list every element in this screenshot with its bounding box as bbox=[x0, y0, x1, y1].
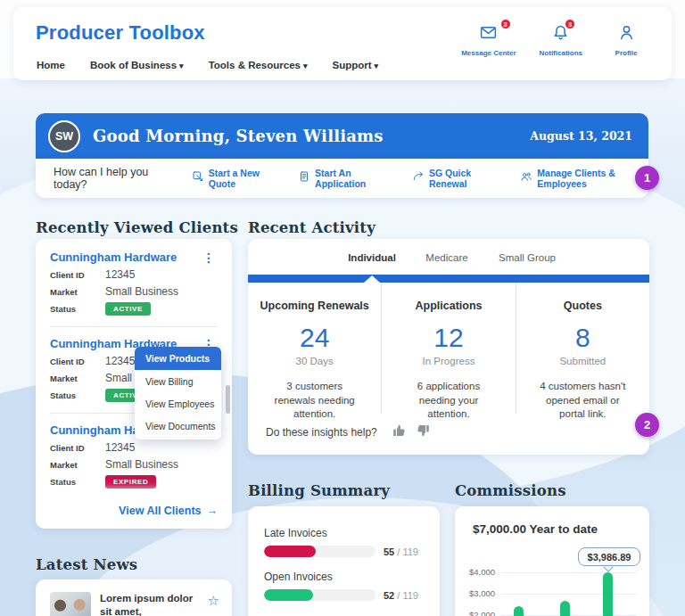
client-context-menu: View Products View Billing View Employee… bbox=[135, 347, 221, 439]
client-market-value: Small Business bbox=[105, 285, 178, 298]
late-invoices-fill bbox=[264, 546, 316, 557]
message-count-badge: 3 bbox=[500, 19, 511, 29]
activity-columns: Upcoming Renewals 24 30 Days 3 customers… bbox=[248, 283, 649, 414]
message-center-button[interactable]: 3 Message Center bbox=[461, 23, 516, 57]
renewal-arrow-icon bbox=[412, 170, 425, 186]
clients-footer: View All Clients→ bbox=[36, 493, 232, 529]
open-invoices-fill bbox=[264, 589, 313, 601]
sg-quick-renewal-link[interactable]: SG Quick Renewal bbox=[412, 168, 499, 189]
arrow-right-icon: → bbox=[207, 505, 219, 517]
help-question: How can I help you today? bbox=[54, 166, 170, 191]
upcoming-renewals-column: Upcoming Renewals 24 30 Days 3 customers… bbox=[248, 283, 382, 414]
late-invoices-bar: 55 / 119 bbox=[264, 546, 424, 557]
manage-clients-employees-link[interactable]: Manage Clients & Employees bbox=[520, 168, 648, 189]
app-title: Producer Toolbox bbox=[36, 21, 205, 45]
nav-home[interactable]: Home bbox=[37, 60, 65, 70]
latest-news-card[interactable]: Lorem ipsum dolor sit amet, consectetur … bbox=[36, 579, 232, 616]
client-name-link[interactable]: Cunningham Hardware bbox=[50, 251, 177, 264]
menu-item-view-products[interactable]: View Products bbox=[135, 347, 221, 370]
nav-tools-resources[interactable]: Tools & Resources▾ bbox=[209, 60, 308, 70]
chevron-down-icon: ▾ bbox=[303, 62, 308, 70]
thumbs-down-icon[interactable] bbox=[415, 423, 431, 442]
people-icon bbox=[520, 170, 532, 186]
commission-bar[interactable] bbox=[560, 601, 570, 616]
open-invoices-label: Open Invoices bbox=[264, 571, 424, 583]
nav-book-of-business[interactable]: Book of Business▾ bbox=[90, 60, 184, 70]
active-tab-indicator-bar bbox=[248, 275, 649, 283]
commission-tooltip: $3,986.89 bbox=[578, 547, 640, 566]
recently-viewed-clients-heading: Recently Viewed Clients bbox=[36, 219, 238, 236]
tab-small-group[interactable]: Small Group bbox=[499, 252, 556, 263]
menu-item-view-billing[interactable]: View Billing bbox=[135, 370, 221, 392]
chevron-down-icon: ▾ bbox=[179, 62, 184, 70]
commissions-heading: Commissions bbox=[455, 482, 566, 499]
document-icon bbox=[298, 170, 310, 186]
y-axis-tick: $3,000 bbox=[469, 588, 495, 598]
client-list-item: Cunningham Hardware ⋮ Client ID12345 Mar… bbox=[50, 241, 218, 327]
billing-summary-heading: Billing Summary bbox=[248, 482, 390, 499]
client-id-value: 12345 bbox=[105, 355, 135, 367]
greeting-text: Good Morning, Steven Williams bbox=[93, 127, 384, 145]
open-invoices-bar: 52 / 119 bbox=[264, 589, 424, 601]
chevron-down-icon: ▾ bbox=[375, 62, 379, 70]
walkthrough-step-1-badge[interactable]: 1 bbox=[635, 166, 659, 190]
status-badge: ACTIVE bbox=[105, 302, 151, 316]
commission-bar-highlighted[interactable] bbox=[603, 572, 613, 616]
latest-news-heading: Latest News bbox=[36, 556, 137, 573]
main-nav: Home Book of Business▾ Tools & Resources… bbox=[37, 60, 378, 70]
quotes-count: 8 bbox=[516, 323, 649, 353]
help-bar: How can I help you today? Start a New Qu… bbox=[36, 159, 648, 198]
applications-column: Applications 12 In Progress 6 applicatio… bbox=[382, 283, 516, 414]
tab-individual[interactable]: Individual bbox=[348, 252, 396, 263]
app-header: Producer Toolbox Home Book of Business▾ … bbox=[13, 7, 672, 80]
star-icon[interactable]: ☆ bbox=[208, 594, 219, 616]
quick-actions: Start a New Quote Start An Application S… bbox=[192, 168, 648, 189]
status-badge: EXPIRED bbox=[105, 475, 156, 489]
clients-scrollbar[interactable] bbox=[226, 385, 230, 414]
billing-summary-card: Late Invoices 55 / 119 Open Invoices 52 … bbox=[248, 506, 440, 616]
kebab-menu-icon[interactable]: ⋮ bbox=[200, 251, 218, 264]
profile-button[interactable]: Profile bbox=[606, 23, 647, 57]
applications-count: 12 bbox=[382, 323, 515, 353]
start-application-link[interactable]: Start An Application bbox=[298, 168, 391, 189]
gridline bbox=[501, 594, 637, 595]
news-thumbnail-image bbox=[50, 592, 91, 616]
menu-item-view-documents[interactable]: View Documents bbox=[135, 415, 221, 437]
thumbs-up-icon[interactable] bbox=[392, 423, 408, 442]
view-all-clients-link[interactable]: View All Clients→ bbox=[119, 505, 218, 517]
start-new-quote-link[interactable]: Start a New Quote bbox=[192, 168, 276, 189]
envelope-icon bbox=[479, 23, 498, 45]
walkthrough-step-2-badge[interactable]: 2 bbox=[635, 413, 659, 437]
banner-date: August 13, 2021 bbox=[530, 129, 632, 143]
notification-count-badge: 3 bbox=[565, 19, 575, 29]
y-axis-tick: $4,000 bbox=[469, 567, 495, 577]
gridline bbox=[501, 572, 637, 573]
recent-activity-heading: Recent Activity bbox=[248, 219, 376, 236]
tab-medicare[interactable]: Medicare bbox=[425, 252, 467, 263]
client-id-value: 12345 bbox=[105, 268, 135, 281]
recent-activity-card: Individual Medicare Small Group Upcoming… bbox=[248, 239, 649, 455]
notifications-button[interactable]: 3 Notifications bbox=[540, 23, 582, 57]
commission-bar[interactable] bbox=[514, 606, 524, 616]
quotes-column: Quotes 8 Submitted 4 customers hasn't op… bbox=[516, 283, 649, 414]
menu-item-view-employees[interactable]: View Employees bbox=[135, 392, 221, 415]
greeting-banner: SW Good Morning, Steven Williams August … bbox=[36, 113, 648, 159]
y-axis-tick: $2,000 bbox=[469, 610, 495, 616]
header-actions: 3 Message Center 3 Notifications Profile bbox=[461, 23, 647, 57]
client-id-value: 12345 bbox=[105, 441, 135, 454]
news-headline[interactable]: Lorem ipsum dolor sit amet, consectetur … bbox=[100, 592, 199, 616]
person-icon bbox=[617, 23, 636, 45]
commissions-card: $7,000.00 Year to date $4,000 $3,000 $2,… bbox=[455, 506, 649, 616]
insights-feedback: Do these insights help? bbox=[266, 423, 431, 442]
renewals-count: 24 bbox=[248, 323, 381, 353]
quote-pen-icon bbox=[192, 170, 204, 186]
avatar: SW bbox=[48, 120, 80, 152]
nav-support[interactable]: Support▾ bbox=[332, 60, 378, 70]
client-market-value: Small Business bbox=[105, 458, 178, 471]
active-tab-notch bbox=[364, 275, 380, 283]
commissions-ytd-summary: $7,000.00 Year to date bbox=[473, 522, 598, 536]
feedback-question: Do these insights help? bbox=[266, 426, 377, 439]
late-invoices-label: Late Invoices bbox=[264, 527, 424, 539]
